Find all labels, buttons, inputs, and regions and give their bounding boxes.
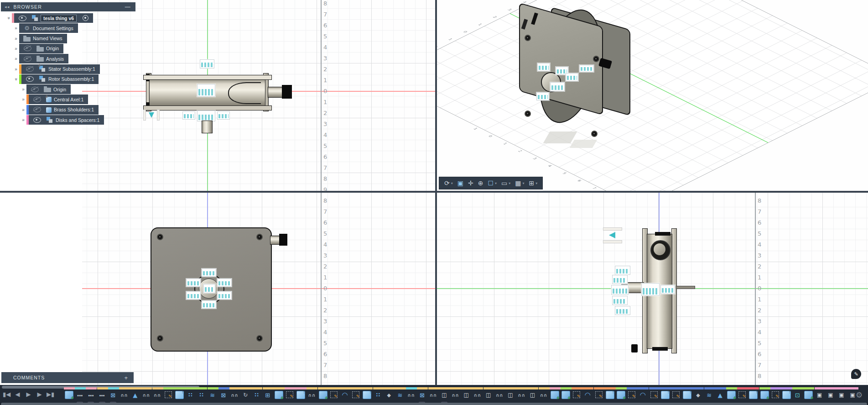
timeline-feature-pattern[interactable]: ∷ (251, 387, 262, 404)
timeline-feature-sketch[interactable]: ✎ (649, 387, 660, 404)
viewport-divider-horizontal[interactable] (0, 191, 868, 193)
timeline-feature-dots[interactable]: ▪▪▪+ (97, 387, 108, 404)
add-comment-button[interactable]: + (124, 374, 128, 381)
tree-row-origin[interactable]: »Origin (13, 44, 63, 53)
viewport-top[interactable]: 87654321012345678 (0, 193, 435, 385)
joint-glyph[interactable] (197, 110, 215, 121)
timeline-feature-joint[interactable]: ∩∩ (472, 387, 483, 404)
display-settings-dropdown-arrow[interactable]: ▾ (509, 181, 510, 185)
tree-row-box[interactable]: ⚓Central Axel:1 (26, 95, 88, 104)
visibility-eye-icon[interactable] (26, 76, 34, 82)
timeline-feature-joint[interactable]: ∩∩ (428, 387, 439, 404)
timeline-feature-revolve[interactable]: ↻ (240, 387, 251, 404)
expand-chevron-icon[interactable]: » (13, 56, 19, 61)
minimize-icon[interactable]: — (125, 4, 131, 10)
grid-and-snaps-dropdown-arrow[interactable]: ▾ (523, 181, 525, 185)
display-settings-icon[interactable]: ▭▾ (501, 179, 510, 187)
tree-row-box[interactable]: Named Views (19, 34, 67, 43)
timeline-feature-form[interactable]: ◠ (582, 387, 593, 404)
timeline-feature-asbuilt[interactable]: ◫ (505, 387, 516, 404)
timeline-feature-rigid[interactable]: ▣ (815, 387, 826, 404)
timeline-feature-mirror[interactable]: ▲ (130, 387, 141, 404)
timeline-feature-paste[interactable]: ⊠+ (108, 387, 119, 404)
timeline-feature-joint[interactable]: ∩∩ (229, 387, 240, 404)
timeline-feature-form[interactable]: ◠ (340, 387, 351, 404)
visibility-off-eye-icon[interactable] (24, 46, 31, 51)
timeline-feature-comp[interactable]: + (64, 387, 75, 404)
tree-row-central-axel-1[interactable]: »⚓Central Axel:1 (20, 95, 88, 104)
orbit-icon[interactable]: ⟳▾ (444, 179, 453, 187)
tree-row-box[interactable]: Origin (19, 44, 63, 53)
joint-glyph[interactable] (200, 59, 214, 68)
pan-icon[interactable]: ✛ (468, 179, 473, 187)
visibility-off-eye-icon[interactable] (24, 56, 31, 62)
visibility-off-eye-icon[interactable] (33, 107, 41, 112)
timeline-feature-comp[interactable]: + (550, 387, 561, 404)
activate-component-radio[interactable] (83, 15, 88, 21)
visibility-off-eye-icon[interactable] (33, 97, 41, 102)
visibility-off-eye-icon[interactable] (26, 66, 34, 72)
collapse-panel-icon[interactable]: ◂◂ (5, 5, 10, 9)
timeline-feature-joint[interactable]: ∩∩ (141, 387, 152, 404)
expand-chevron-icon[interactable]: » (20, 97, 26, 102)
timeline-feature-paste[interactable]: ⊠ (218, 387, 229, 404)
joint-glyph[interactable] (182, 111, 195, 120)
joint-glyph[interactable] (197, 84, 215, 97)
timeline-feature-joint[interactable]: ∩∩ (539, 387, 550, 404)
timeline-feature-sketch[interactable]: ✎ (594, 387, 605, 404)
tree-row-box[interactable]: ⚓Stator Subassembly:1 (19, 64, 100, 74)
timeline-feature-paste[interactable]: ⊠+ (417, 387, 428, 404)
timeline-feature-project[interactable]: ⊡ (792, 387, 803, 404)
zoom-icon[interactable]: ⊕ (478, 179, 483, 187)
timeline-feature-dots[interactable]: ▪▪▪+ (86, 387, 97, 404)
tree-row-box[interactable]: Disks and Spacers:1 (26, 115, 104, 125)
timeline-feature-pattern[interactable]: ∷ (373, 387, 384, 404)
expand-chevron-icon[interactable]: » (20, 117, 26, 122)
timeline-feature-sketch[interactable]: ✎ (163, 387, 174, 404)
timeline-feature-rigid[interactable]: ▣ (837, 387, 847, 404)
timeline-feature-combine[interactable]: ⊞ (263, 387, 274, 404)
timeline-feature-joint[interactable]: ∩∩ (406, 387, 417, 404)
timeline-feature-asbuilt[interactable]: ◫+ (439, 387, 450, 404)
tree-row-box[interactable]: Analysis (19, 54, 68, 63)
timeline-feature-sketch[interactable]: ✎ (737, 387, 748, 404)
timeline-feature-pattern[interactable]: ∷ (196, 387, 207, 404)
visibility-eye-icon[interactable] (19, 16, 26, 21)
tree-row-tesla-thing-v6[interactable]: »tesla thing v6 (5, 13, 93, 23)
model-iso-view[interactable] (464, 5, 638, 155)
step-back-button[interactable]: ◀ (14, 391, 21, 398)
timeline-feature-rigid[interactable]: ▣ (826, 387, 837, 404)
viewports-dropdown-arrow[interactable]: ▾ (535, 181, 537, 185)
timeline-feature-joint[interactable]: ∩∩ (152, 387, 163, 404)
timeline-feature-form[interactable]: ◠ (638, 387, 649, 404)
tree-row-disks-and-spacers-1[interactable]: »Disks and Spacers:1 (20, 115, 104, 125)
timeline-feature-chamfer[interactable]: ◆ (384, 387, 395, 404)
timeline-feature-sketch[interactable]: ✎ (285, 387, 296, 404)
timeline-feature-sketch[interactable]: ✎ (329, 387, 340, 404)
viewport-right[interactable]: 87654321012345678 ✎ (437, 193, 868, 385)
timeline-feature-comp[interactable]: + (726, 387, 737, 404)
tree-row-analysis[interactable]: »Analysis (13, 54, 68, 63)
timeline-feature-joint[interactable]: ∩∩ (494, 387, 505, 404)
model-front-view[interactable] (137, 58, 294, 127)
timeline-feature-threads[interactable]: ≋ (704, 387, 715, 404)
timeline-feature-extrude[interactable]: ↑ (748, 387, 759, 404)
timeline-feature-threads[interactable]: ≋ (395, 387, 406, 404)
timeline-feature-mirror[interactable]: ▲ (715, 387, 726, 404)
timeline-feature-asbuilt[interactable]: ◫ (483, 387, 494, 404)
tree-row-box[interactable]: tesla thing v6 (12, 13, 93, 23)
timeline-feature-asbuilt[interactable]: ◫ (461, 387, 472, 404)
timeline-feature-sketch[interactable]: ✎ (627, 387, 638, 404)
timeline-settings-gear-icon[interactable]: ⚙ (856, 390, 863, 400)
timeline-feature-sketch[interactable]: ✎ (770, 387, 781, 404)
timeline-feature-chamfer[interactable]: ◆ (693, 387, 704, 404)
timeline-feature-extrude[interactable]: ↑ (660, 387, 671, 404)
tree-row-rotor-subassembly-1[interactable]: »Rotor Subassembly:1 (13, 74, 99, 84)
expand-chevron-icon[interactable]: » (13, 67, 19, 72)
expand-chevron-icon[interactable]: » (20, 107, 26, 112)
timeline-feature-comp[interactable]: + (803, 387, 814, 404)
grid-and-snaps-icon[interactable]: ▦▾ (515, 179, 524, 187)
fit-dropdown-arrow[interactable]: ▾ (495, 181, 497, 185)
tree-row-named-views[interactable]: »Named Views (13, 34, 67, 43)
timeline-feature-comp[interactable]: + (561, 387, 572, 404)
